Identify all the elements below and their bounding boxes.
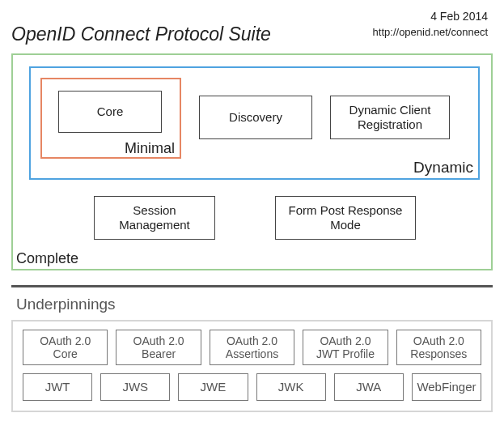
session-management-box: Session Management <box>94 196 215 240</box>
jwa-box: JWA <box>334 373 404 401</box>
discovery-box: Discovery <box>199 96 312 139</box>
oauth-bearer-box: OAuth 2.0 Bearer <box>116 330 201 365</box>
oauth-responses-box: OAuth 2.0 Responses <box>396 330 481 365</box>
underpinnings-group: OAuth 2.0 Core OAuth 2.0 Bearer OAuth 2.… <box>11 320 493 412</box>
date-label: 4 Feb 2014 <box>430 10 488 23</box>
oauth-assertions-box: OAuth 2.0 Assertions <box>210 330 294 365</box>
page-title: OpenID Connect Protocol Suite <box>11 23 271 45</box>
form-post-response-mode-box: Form Post Response Mode <box>275 196 416 240</box>
minimal-label: Minimal <box>125 140 175 157</box>
webfinger-box: WebFinger <box>412 373 481 401</box>
divider <box>11 285 493 287</box>
jwk-box: JWK <box>256 373 326 401</box>
underpinnings-title: Underpinnings <box>16 296 493 313</box>
dynamic-group: Core Minimal Discovery Dynamic Client Re… <box>29 66 480 180</box>
complete-group: Core Minimal Discovery Dynamic Client Re… <box>11 53 493 270</box>
core-box: Core <box>58 91 162 133</box>
jwe-box: JWE <box>178 373 248 401</box>
dynamic-client-registration-box: Dynamic Client Registration <box>330 96 450 139</box>
jwt-box: JWT <box>23 373 92 401</box>
oauth-jwtprofile-box: OAuth 2.0 JWT Profile <box>303 330 388 365</box>
dynamic-label: Dynamic <box>413 159 473 177</box>
oauth-core-box: OAuth 2.0 Core <box>23 330 108 365</box>
source-url: http://openid.net/connect <box>373 26 488 38</box>
jws-box: JWS <box>100 373 170 401</box>
minimal-group: Core Minimal <box>40 78 181 159</box>
complete-label: Complete <box>16 250 78 267</box>
